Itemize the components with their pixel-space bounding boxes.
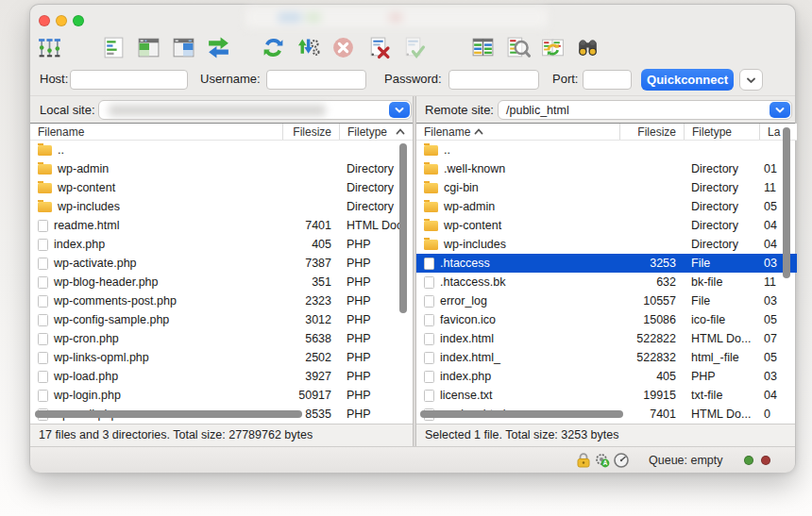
column-filesize[interactable]: Filesize — [282, 124, 339, 140]
filesize-text: 405 — [282, 238, 339, 251]
minimize-button[interactable] — [56, 15, 67, 26]
username-input[interactable] — [266, 70, 366, 90]
toggle-transfer-queue-icon[interactable] — [203, 33, 233, 61]
file-row[interactable]: .htaccess 3253 File 03 — [416, 254, 797, 273]
lock-icon[interactable] — [575, 452, 592, 469]
file-row[interactable]: error_log 10557 File 03 — [416, 291, 797, 310]
host-label: Host: — [40, 72, 68, 86]
column-filetype[interactable]: Filetype — [339, 124, 413, 140]
file-type-icon — [38, 145, 52, 156]
filename-text: .htaccess.bk — [440, 275, 505, 289]
remote-site-combo[interactable]: /public_html — [498, 100, 792, 120]
last-modified-text: 03 — [759, 257, 797, 270]
directory-comparison-icon[interactable] — [467, 33, 498, 61]
column-filename[interactable]: Filename — [30, 125, 282, 139]
remote-status-text: Selected 1 file. Total size: 3253 bytes — [425, 428, 618, 441]
vertical-scrollbar[interactable] — [399, 143, 407, 313]
pane-divider[interactable] — [413, 96, 416, 446]
file-row[interactable]: wp-links-opml.php 2502 PHP — [30, 348, 413, 367]
filename-text: wp-activate.php — [54, 257, 137, 270]
toggle-remote-tree-icon[interactable] — [168, 33, 198, 61]
file-type-icon — [424, 258, 434, 270]
local-site-combo[interactable] — [98, 100, 412, 120]
file-row[interactable]: wp-includes Directory — [30, 197, 413, 216]
filetype-text: PHP — [339, 313, 413, 326]
file-row[interactable]: wp-content Directory — [30, 178, 413, 197]
file-row[interactable]: index.html 522822 HTML Do... 07 — [416, 329, 797, 348]
file-row[interactable]: index.php 405 PHP 03 — [416, 367, 797, 386]
file-row[interactable]: license.txt 19915 txt-file 04 — [416, 386, 797, 405]
vertical-scrollbar[interactable] — [783, 127, 790, 278]
sort-asc-icon — [474, 128, 483, 135]
quickconnect-button[interactable]: Quickconnect — [641, 69, 734, 91]
toggle-message-log-icon[interactable] — [98, 33, 128, 61]
file-row[interactable]: index.html_ 522832 html_-file 05 — [416, 348, 797, 367]
file-row[interactable]: wp-comments-post.php 2323 PHP — [30, 291, 413, 310]
file-row[interactable]: favicon.ico 15086 ico-file 05 — [416, 310, 797, 329]
reconnect-icon[interactable] — [398, 33, 428, 61]
file-row[interactable]: wp-content Directory 04 — [416, 216, 797, 235]
filename-text: favicon.ico — [440, 313, 496, 326]
disconnect-icon[interactable] — [363, 33, 393, 61]
file-row[interactable]: wp-admin Directory 05 — [416, 197, 797, 216]
filename-text: wp-links-opml.php — [54, 351, 149, 364]
zoom-button[interactable] — [73, 15, 84, 26]
column-last-modified[interactable]: La — [759, 124, 797, 140]
filter-listings-icon[interactable] — [502, 33, 533, 61]
file-row[interactable]: .well-known Directory 01 — [416, 159, 797, 178]
process-queue-icon[interactable] — [293, 33, 323, 61]
filetype-text: ico-file — [684, 313, 759, 326]
column-filetype[interactable]: Filetype — [684, 124, 759, 140]
file-row[interactable]: .. — [416, 141, 797, 159]
remote-site-label: Remote site: — [425, 103, 494, 117]
synchronized-browsing-icon[interactable] — [537, 33, 567, 61]
title-bar[interactable] — [30, 5, 795, 31]
file-row[interactable]: wp-login.php 50917 PHP — [30, 386, 413, 405]
file-row[interactable]: cgi-bin Directory 11 — [416, 178, 797, 197]
filesize-text: 7401 — [282, 219, 339, 232]
port-input[interactable] — [583, 70, 632, 90]
speed-gauge-icon[interactable] — [613, 452, 630, 469]
file-row[interactable]: wp-includes Directory 04 — [416, 235, 797, 254]
filetype-text: PHP — [339, 351, 413, 364]
file-row[interactable]: wp-load.php 3927 PHP — [30, 367, 413, 386]
file-row[interactable]: wp-cron.php 5638 PHP — [30, 329, 413, 348]
password-input[interactable] — [448, 70, 539, 90]
chevron-down-icon[interactable] — [770, 102, 790, 118]
filename-text: .well-known — [444, 162, 505, 175]
column-filename[interactable]: Filename — [416, 125, 619, 139]
filetype-text: HTML Do... — [684, 332, 759, 345]
chevron-down-icon[interactable] — [389, 102, 410, 118]
file-row[interactable]: wp-config-sample.php 3012 PHP — [30, 310, 413, 329]
file-type-icon — [424, 314, 434, 326]
horizontal-scrollbar[interactable] — [420, 410, 623, 418]
file-row[interactable]: .. — [30, 141, 413, 159]
refresh-icon[interactable] — [258, 33, 288, 61]
file-row[interactable]: .htaccess.bk 632 bk-file 11 — [416, 273, 797, 291]
file-row[interactable]: wp-admin Directory — [30, 159, 413, 178]
file-type-icon — [424, 333, 434, 345]
file-row[interactable]: index.php 405 PHP — [30, 235, 413, 254]
close-button[interactable] — [39, 15, 50, 26]
file-row[interactable]: wp-activate.php 7387 PHP — [30, 254, 413, 273]
status-light-red — [761, 456, 770, 465]
filetype-text: File — [684, 294, 759, 308]
quickconnect-dropdown-button[interactable] — [739, 69, 763, 91]
cancel-transfer-icon[interactable] — [328, 33, 358, 61]
file-row[interactable]: readme.html 7401 HTML Doc — [30, 216, 413, 235]
window-title-redacted — [245, 8, 548, 27]
settings-gear-icon[interactable]: A — [594, 452, 611, 469]
quickconnect-bar: Host: Username: Password: Port: Quickcon… — [30, 63, 795, 96]
file-row[interactable]: wp-blog-header.php 351 PHP — [30, 273, 413, 291]
last-modified-text: 0 — [759, 408, 797, 421]
toggle-local-tree-icon[interactable] — [133, 33, 163, 61]
filesize-text: 5638 — [282, 332, 339, 345]
column-filesize[interactable]: Filesize — [619, 124, 684, 140]
horizontal-scrollbar[interactable] — [35, 410, 302, 418]
file-search-icon[interactable] — [572, 33, 602, 61]
bottom-status-bar: A Queue: empty — [30, 446, 795, 473]
filetype-text: PHP — [339, 332, 413, 345]
host-input[interactable] — [70, 70, 188, 90]
file-type-icon — [38, 390, 48, 402]
site-manager-icon[interactable] — [34, 33, 64, 61]
